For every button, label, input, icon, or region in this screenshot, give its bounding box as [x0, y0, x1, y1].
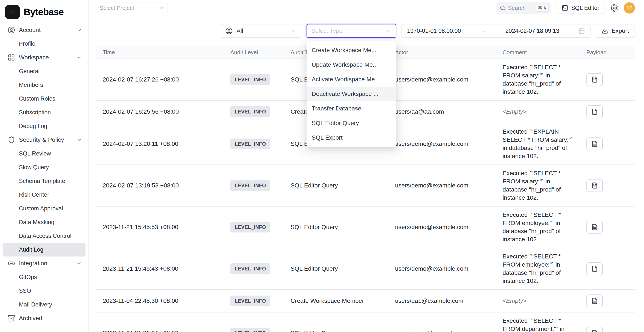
cell-level: LEVEL_INFO	[224, 59, 284, 100]
sidebar-item-slow-query[interactable]: Slow Query	[2, 161, 86, 174]
search-icon	[500, 5, 506, 11]
level-badge: LEVEL_INFO	[230, 328, 270, 332]
project-select[interactable]: Select Project	[96, 2, 168, 13]
date-range-picker[interactable]: 1970-01-01 08:00:00 → 2024-02-07 18:09:1…	[402, 24, 590, 38]
sidebar-item-security-policy[interactable]: Security & Policy	[2, 133, 86, 147]
cell-payload	[580, 290, 635, 312]
cell-type: SQL Editor Query	[284, 312, 388, 332]
sidebar-item-general[interactable]: General	[2, 64, 86, 78]
dropdown-item[interactable]: Create Workspace Me...	[306, 43, 396, 57]
sidebar-item-data-access-control[interactable]: Data Access Control	[2, 229, 86, 243]
sql-editor-button[interactable]: SQL Editor	[556, 2, 604, 14]
payload-button[interactable]	[586, 327, 603, 332]
column-header-audit-level: Audit Level	[224, 46, 284, 59]
topbar: Select Project Search ⌘ K SQL Editor DE	[88, 0, 644, 16]
sidebar-item-gitops[interactable]: GitOps	[2, 270, 86, 284]
file-icon	[591, 141, 598, 147]
actor-filter-select[interactable]: All	[220, 24, 302, 38]
bytebase-logo[interactable]: Bytebase	[2, 2, 86, 23]
calendar-icon	[578, 28, 585, 34]
sidebar-item-account[interactable]: Account	[2, 23, 86, 37]
sidebar: Bytebase Account Profile Workspace Gener…	[0, 0, 88, 332]
sidebar-item-schema-template[interactable]: Schema Template	[2, 174, 86, 188]
chevron-down-icon	[76, 27, 82, 33]
level-badge: LEVEL_INFO	[230, 139, 270, 149]
cell-payload	[580, 59, 635, 100]
cell-level: LEVEL_INFO	[224, 123, 284, 165]
gear-icon[interactable]	[610, 4, 618, 12]
sidebar-item-members[interactable]: Members	[2, 78, 86, 92]
actor-filter-value: All	[236, 27, 243, 34]
payload-button[interactable]	[586, 262, 603, 275]
sidebar-item-label: Audit Log	[19, 246, 44, 253]
cell-payload	[580, 206, 635, 248]
avatar[interactable]: DE	[624, 2, 635, 13]
cell-level: LEVEL_INFO	[224, 290, 284, 312]
cell-actor: users/demo@example.com	[388, 59, 496, 100]
chevron-down-icon	[76, 261, 82, 266]
payload-button[interactable]	[586, 221, 603, 234]
sidebar-item-label: Slow Query	[19, 164, 49, 171]
sidebar-item-profile[interactable]: Profile	[2, 37, 86, 51]
payload-button[interactable]	[586, 179, 603, 192]
sidebar-item-subscription[interactable]: Subscription	[2, 106, 86, 119]
payload-button[interactable]	[586, 105, 603, 118]
link-icon	[8, 260, 15, 267]
sidebar-item-label: Custom Approval	[19, 205, 63, 212]
cell-level: LEVEL_INFO	[224, 100, 284, 123]
sidebar-item-custom-roles[interactable]: Custom Roles	[2, 92, 86, 106]
dropdown-item[interactable]: Activate Workspace Me...	[306, 72, 396, 87]
cell-time: 2023-11-04 22:48:30 +08:00	[96, 290, 224, 312]
table-row: 2023-11-04 21:26:34 +08:00 LEVEL_INFO SQ…	[96, 312, 635, 332]
sidebar-item-label: GitOps	[19, 274, 37, 281]
sidebar-item-custom-approval[interactable]: Custom Approval	[2, 202, 86, 215]
dropdown-item[interactable]: SQL Export	[306, 130, 396, 145]
dropdown-item-highlighted[interactable]: Deactivate Workspace ...	[306, 87, 396, 101]
keyboard-shortcut-badge: ⌘ K	[536, 4, 549, 12]
sidebar-item-label: General	[19, 68, 40, 75]
sidebar-item-archived[interactable]: Archived	[2, 312, 86, 325]
sidebar-item-debug-log[interactable]: Debug Log	[2, 119, 86, 133]
export-button[interactable]: Export	[596, 24, 635, 38]
sidebar-item-label: Schema Template	[19, 178, 65, 184]
type-filter-select[interactable]: Select Type	[306, 24, 396, 38]
terminal-icon	[562, 5, 568, 11]
main-area: Select Project Search ⌘ K SQL Editor DE	[88, 0, 644, 332]
level-badge: LEVEL_INFO	[230, 180, 270, 191]
filter-row: All Select Type Create Workspace Me... U…	[96, 24, 635, 38]
user-circle-icon	[225, 27, 233, 34]
dropdown-item[interactable]: Transfer Database	[306, 101, 396, 116]
download-icon	[602, 28, 608, 34]
cell-time: 2023-11-04 21:26:34 +08:00	[96, 312, 224, 332]
payload-button[interactable]	[586, 295, 603, 307]
cell-type: SQL Editor Query	[284, 206, 388, 248]
search-input[interactable]: Search ⌘ K	[496, 2, 551, 14]
dropdown-item[interactable]: Update Workspace Me...	[306, 57, 396, 72]
sidebar-item-label: SQL Review	[19, 150, 51, 157]
sidebar-item-mail-delivery[interactable]: Mail Delivery	[2, 298, 86, 312]
cell-type: Create Workspace Member	[284, 290, 388, 312]
sidebar-item-sso[interactable]: SSO	[2, 284, 86, 298]
dropdown-item[interactable]: SQL Editor Query	[306, 116, 396, 130]
column-header-time: Time	[96, 46, 224, 59]
arrow-right-icon: →	[480, 27, 486, 34]
level-badge: LEVEL_INFO	[230, 222, 270, 232]
sidebar-item-workspace[interactable]: Workspace	[2, 51, 86, 64]
sidebar-item-sql-review[interactable]: SQL Review	[2, 147, 86, 161]
payload-button[interactable]	[586, 73, 603, 86]
type-filter-wrap: Select Type Create Workspace Me... Updat…	[306, 24, 396, 38]
sidebar-item-label: Security & Policy	[19, 136, 64, 143]
cell-time: 2024-02-07 16:27:26 +08:00	[96, 59, 224, 100]
chevron-down-icon	[76, 55, 82, 60]
payload-button[interactable]	[586, 138, 603, 150]
sidebar-item-integration[interactable]: Integration	[2, 257, 86, 270]
sidebar-item-risk-center[interactable]: Risk Center	[2, 188, 86, 202]
cell-time: 2023-11-21 15:45:43 +08:00	[96, 248, 224, 290]
cell-payload	[580, 248, 635, 290]
sidebar-item-label: Profile	[19, 40, 36, 47]
cell-time: 2024-02-07 13:19:53 +08:00	[96, 165, 224, 206]
sidebar-item-audit-log[interactable]: Audit Log	[2, 243, 86, 257]
cell-actor: users/demo@example.com	[388, 206, 496, 248]
sidebar-item-data-masking[interactable]: Data Masking	[2, 215, 86, 229]
cell-comment: Executed `"SELECT * FROM employee;"` in …	[496, 206, 579, 248]
